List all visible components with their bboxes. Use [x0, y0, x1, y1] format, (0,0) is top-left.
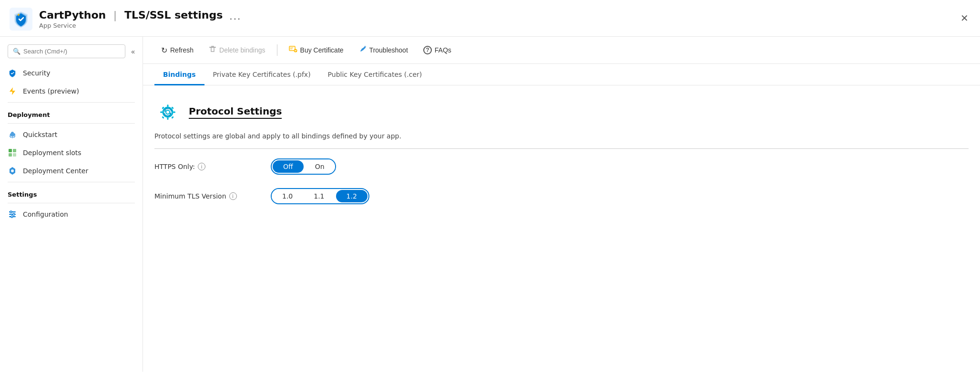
svg-rect-27 — [162, 116, 164, 119]
delete-bindings-button[interactable]: Delete bindings — [202, 42, 272, 59]
sidebar-item-events-preview[interactable]: Events (preview) — [0, 82, 143, 100]
app-icon — [10, 8, 32, 31]
tls-12-option[interactable]: 1.2 — [336, 190, 368, 202]
protocol-settings-title: Protocol Settings — [189, 105, 282, 119]
sidebar-item-configuration-label: Configuration — [23, 210, 68, 218]
troubleshoot-label: Troubleshoot — [369, 46, 408, 54]
svg-rect-22 — [167, 117, 169, 120]
search-input[interactable] — [23, 48, 120, 55]
sidebar-search-box[interactable]: 🔍 — [8, 44, 125, 58]
sidebar-item-configuration[interactable]: Configuration — [0, 205, 143, 223]
buy-certificate-button[interactable]: Buy Certificate — [282, 42, 350, 59]
protocol-gear-icon — [154, 99, 181, 126]
refresh-label: Refresh — [170, 46, 194, 54]
tab-public-key-certs[interactable]: Public Key Certificates (.cer) — [319, 64, 431, 85]
svg-point-17 — [364, 46, 366, 48]
deployment-center-icon — [8, 166, 17, 176]
svg-marker-1 — [10, 87, 15, 95]
protocol-description: Protocol settings are global and apply t… — [154, 132, 969, 149]
https-only-off-option[interactable]: Off — [273, 160, 304, 173]
deployment-slots-icon — [8, 148, 17, 158]
svg-rect-26 — [171, 116, 174, 119]
header-title-group: CartPython | TLS/SSL settings App Servic… — [39, 9, 223, 29]
min-tls-toggle[interactable]: 1.0 1.1 1.2 — [271, 188, 369, 204]
sidebar-section-settings: Settings — [0, 184, 143, 201]
buy-cert-icon — [289, 45, 297, 55]
sidebar-section-deployment: Deployment — [0, 105, 143, 121]
svg-rect-14 — [209, 47, 216, 48]
tab-private-key-certs[interactable]: Private Key Certificates (.pfx) — [204, 64, 319, 85]
sidebar-divider-after-settings-label — [8, 203, 135, 203]
svg-point-13 — [11, 216, 13, 218]
svg-rect-4 — [13, 149, 16, 152]
sidebar-collapse-button[interactable]: « — [129, 46, 137, 57]
sidebar-item-deployment-center-label: Deployment Center — [23, 167, 88, 175]
delete-bindings-label: Delete bindings — [219, 46, 265, 54]
tls-11-option[interactable]: 1.1 — [303, 189, 335, 203]
header-title: CartPython | TLS/SSL settings — [39, 9, 223, 21]
min-tls-setting-row: Minimum TLS Version i 1.0 1.1 1.2 — [154, 188, 969, 204]
lightning-icon — [8, 86, 17, 96]
sidebar-item-deployment-center[interactable]: Deployment Center — [0, 162, 143, 180]
svg-point-12 — [13, 213, 15, 215]
tabs-bar: Bindings Private Key Certificates (.pfx)… — [143, 64, 980, 85]
tab-bindings[interactable]: Bindings — [154, 64, 204, 85]
faqs-button[interactable]: ? FAQs — [417, 42, 458, 58]
refresh-icon: ↻ — [161, 46, 167, 55]
toolbar-divider — [277, 44, 277, 56]
https-only-on-option[interactable]: On — [305, 159, 335, 174]
sidebar-divider-after-deployment-label — [8, 123, 135, 124]
https-only-toggle[interactable]: Off On — [271, 158, 336, 175]
protocol-settings-header: Protocol Settings — [154, 99, 969, 126]
sidebar-item-security[interactable]: Security — [0, 64, 143, 82]
sidebar-item-quickstart[interactable]: Quickstart — [0, 126, 143, 144]
troubleshoot-button[interactable]: Troubleshoot — [352, 42, 415, 59]
toolbar: ↻ Refresh Delete bindings — [143, 37, 980, 64]
main-layout: 🔍 « Security Events (preview) Deployment — [0, 37, 980, 372]
svg-rect-3 — [9, 149, 12, 152]
svg-point-20 — [166, 111, 169, 114]
content-area: ↻ Refresh Delete bindings — [143, 37, 980, 372]
svg-rect-6 — [13, 153, 16, 157]
min-tls-label: Minimum TLS Version i — [154, 192, 259, 200]
sidebar-divider-deployment — [8, 102, 135, 103]
sidebar-item-deployment-slots-label: Deployment slots — [23, 149, 82, 157]
svg-point-7 — [11, 169, 14, 172]
svg-point-11 — [10, 211, 12, 213]
faqs-label: FAQs — [435, 46, 451, 54]
https-only-setting-row: HTTPS Only: i Off On — [154, 158, 969, 175]
sidebar-search-row: 🔍 « — [0, 42, 143, 64]
page-header: CartPython | TLS/SSL settings App Servic… — [0, 0, 980, 37]
https-only-info-icon[interactable]: i — [198, 163, 205, 170]
sidebar-divider-settings — [8, 182, 135, 182]
content-body: Protocol Settings Protocol settings are … — [143, 85, 980, 231]
refresh-button[interactable]: ↻ Refresh — [154, 42, 200, 59]
troubleshoot-icon — [359, 45, 367, 55]
sidebar-item-security-label: Security — [23, 69, 51, 77]
faqs-icon: ? — [423, 46, 432, 54]
sidebar-item-events-label: Events (preview) — [23, 87, 79, 95]
svg-rect-24 — [173, 112, 175, 113]
svg-rect-21 — [167, 105, 169, 107]
buy-certificate-label: Buy Certificate — [300, 46, 344, 54]
svg-rect-5 — [9, 153, 12, 157]
configuration-icon — [8, 210, 17, 219]
search-icon: 🔍 — [13, 48, 20, 55]
header-subtitle: App Service — [39, 22, 223, 29]
security-icon — [8, 68, 17, 78]
min-tls-info-icon[interactable]: i — [229, 192, 237, 200]
close-button[interactable]: ✕ — [960, 13, 969, 23]
sidebar-item-deployment-slots[interactable]: Deployment slots — [0, 144, 143, 162]
more-options-button[interactable]: ··· — [229, 13, 241, 25]
sidebar: 🔍 « Security Events (preview) Deployment — [0, 37, 143, 372]
svg-rect-23 — [160, 112, 163, 113]
tls-10-option[interactable]: 1.0 — [272, 189, 303, 203]
cloud-upload-icon — [8, 130, 17, 139]
sidebar-item-quickstart-label: Quickstart — [23, 131, 57, 138]
https-only-label: HTTPS Only: i — [154, 163, 259, 170]
delete-icon — [209, 45, 216, 55]
